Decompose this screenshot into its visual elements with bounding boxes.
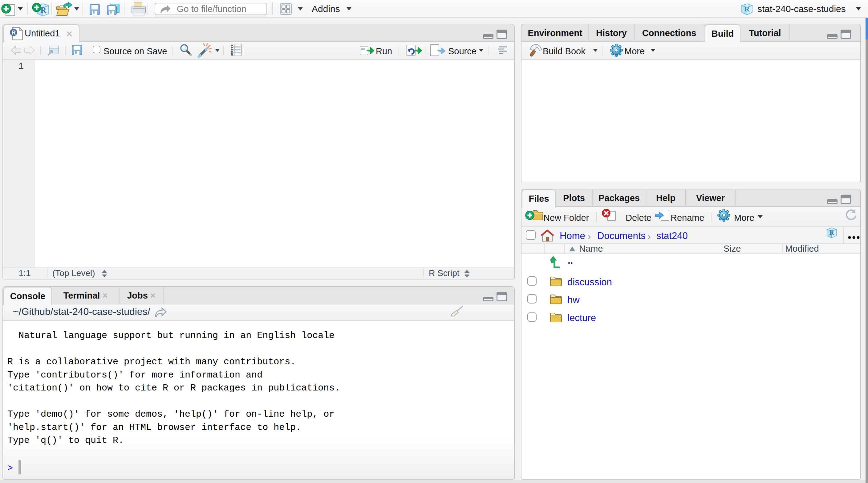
svg-text:R: R — [11, 29, 16, 36]
svg-text:R: R — [829, 229, 834, 236]
svg-text:R: R — [744, 5, 750, 13]
svg-text:R: R — [41, 5, 46, 15]
